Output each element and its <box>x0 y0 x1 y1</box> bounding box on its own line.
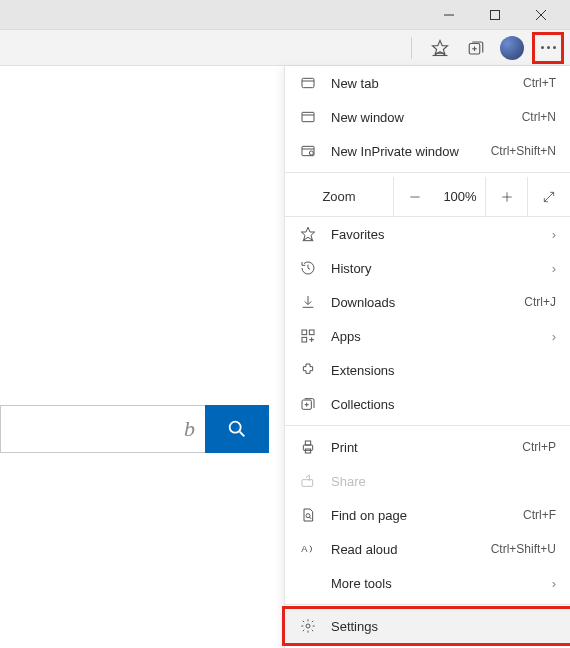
more-menu: New tab Ctrl+T New window Ctrl+N New InP… <box>284 66 570 648</box>
menu-shortcut: Ctrl+Shift+N <box>491 144 556 158</box>
toolbar <box>0 30 570 66</box>
menu-help-feedback[interactable]: Help and feedback › <box>285 643 570 648</box>
svg-marker-5 <box>433 40 448 54</box>
svg-point-43 <box>306 624 310 628</box>
favorites-icon <box>299 226 317 242</box>
svg-marker-24 <box>301 227 314 240</box>
inprivate-icon <box>299 143 317 159</box>
svg-point-19 <box>309 151 313 155</box>
menu-shortcut: Ctrl+J <box>524 295 556 309</box>
menu-shortcut: Ctrl+Shift+U <box>491 542 556 556</box>
menu-downloads[interactable]: Downloads Ctrl+J <box>285 285 570 319</box>
menu-label: Settings <box>331 619 556 634</box>
ellipsis-icon <box>541 46 556 49</box>
menu-history[interactable]: History › <box>285 251 570 285</box>
menu-new-window[interactable]: New window Ctrl+N <box>285 100 570 134</box>
menu-label: Read aloud <box>331 542 477 557</box>
menu-shortcut: Ctrl+T <box>523 76 556 90</box>
menu-label: New InPrivate window <box>331 144 477 159</box>
menu-find-on-page[interactable]: Find on page Ctrl+F <box>285 498 570 532</box>
menu-read-aloud[interactable]: A Read aloud Ctrl+Shift+U <box>285 532 570 566</box>
menu-apps[interactable]: Apps › <box>285 319 570 353</box>
chevron-right-icon: › <box>552 261 556 276</box>
svg-rect-36 <box>303 445 312 450</box>
svg-rect-37 <box>305 441 310 445</box>
search-input[interactable]: b <box>0 405 205 453</box>
svg-line-12 <box>240 432 245 437</box>
menu-shortcut: Ctrl+P <box>522 440 556 454</box>
search-icon <box>226 418 248 440</box>
menu-more-tools[interactable]: More tools › <box>285 566 570 600</box>
new-window-icon <box>299 109 317 125</box>
print-icon <box>299 439 317 455</box>
menu-shortcut: Ctrl+F <box>523 508 556 522</box>
svg-rect-29 <box>309 330 314 335</box>
collections-icon[interactable] <box>460 32 492 64</box>
extensions-icon <box>299 362 317 378</box>
menu-zoom-row: Zoom 100% <box>285 177 570 217</box>
downloads-icon <box>299 294 317 310</box>
settings-icon <box>299 618 317 634</box>
chevron-right-icon: › <box>552 576 556 591</box>
menu-label: New tab <box>331 76 509 91</box>
menu-shortcut: Ctrl+N <box>522 110 556 124</box>
menu-divider <box>285 425 570 426</box>
svg-rect-39 <box>302 480 313 487</box>
more-menu-button[interactable] <box>532 32 564 64</box>
menu-label: Extensions <box>331 363 556 378</box>
apps-icon <box>299 328 317 344</box>
menu-divider <box>285 604 570 605</box>
chevron-right-icon: › <box>552 227 556 242</box>
svg-rect-38 <box>305 449 310 453</box>
share-icon <box>299 473 317 489</box>
menu-label: Downloads <box>331 295 510 310</box>
menu-share: Share <box>285 464 570 498</box>
menu-label: History <box>331 261 538 276</box>
menu-extensions[interactable]: Extensions <box>285 353 570 387</box>
window-titlebar <box>0 0 570 30</box>
menu-label: Apps <box>331 329 538 344</box>
new-tab-icon <box>299 75 317 91</box>
minimize-button[interactable] <box>432 0 466 30</box>
avatar-icon <box>500 36 524 60</box>
menu-label: Favorites <box>331 227 538 242</box>
history-icon <box>299 260 317 276</box>
svg-rect-15 <box>302 112 314 121</box>
menu-settings[interactable]: Settings <box>285 609 570 643</box>
menu-label: New window <box>331 110 508 125</box>
search-button[interactable] <box>205 405 269 453</box>
menu-print[interactable]: Print Ctrl+P <box>285 430 570 464</box>
maximize-button[interactable] <box>478 0 512 30</box>
find-icon <box>299 507 317 523</box>
menu-new-inprivate[interactable]: New InPrivate window Ctrl+Shift+N <box>285 134 570 168</box>
menu-label: Collections <box>331 397 556 412</box>
read-aloud-icon: A <box>299 541 317 557</box>
menu-label: Share <box>331 474 556 489</box>
svg-line-23 <box>544 192 553 201</box>
menu-label: Print <box>331 440 508 455</box>
svg-point-11 <box>230 422 241 433</box>
menu-new-tab[interactable]: New tab Ctrl+T <box>285 66 570 100</box>
fullscreen-button[interactable] <box>527 177 569 217</box>
svg-text:A: A <box>301 544 308 554</box>
zoom-label: Zoom <box>285 189 393 204</box>
zoom-out-button[interactable] <box>393 177 435 217</box>
svg-rect-13 <box>302 78 314 87</box>
zoom-value: 100% <box>435 189 485 204</box>
menu-label: More tools <box>331 576 538 591</box>
menu-divider <box>285 172 570 173</box>
svg-line-41 <box>309 517 311 519</box>
svg-rect-30 <box>302 337 307 342</box>
collections-icon <box>299 396 317 412</box>
chevron-right-icon: › <box>552 329 556 344</box>
search-area: b <box>0 405 269 453</box>
svg-rect-1 <box>491 10 500 19</box>
favorites-star-icon[interactable] <box>424 32 456 64</box>
menu-favorites[interactable]: Favorites › <box>285 217 570 251</box>
close-button[interactable] <box>524 0 558 30</box>
bookmark-star-icon[interactable] <box>0 32 250 64</box>
profile-avatar[interactable] <box>496 32 528 64</box>
toolbar-separator <box>411 37 412 59</box>
zoom-in-button[interactable] <box>485 177 527 217</box>
menu-collections[interactable]: Collections <box>285 387 570 421</box>
